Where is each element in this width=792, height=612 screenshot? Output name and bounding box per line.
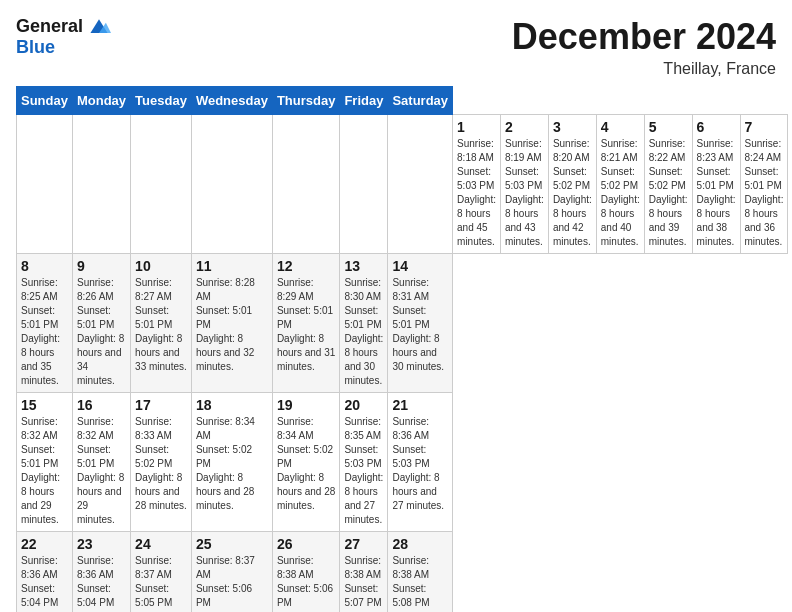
day-info: Sunrise: 8:26 AMSunset: 5:01 PMDaylight:… bbox=[77, 276, 126, 388]
calendar-cell bbox=[17, 115, 73, 254]
day-number: 21 bbox=[392, 397, 448, 413]
location-title: Theillay, France bbox=[512, 60, 776, 78]
day-number: 3 bbox=[553, 119, 592, 135]
day-info: Sunrise: 8:29 AMSunset: 5:01 PMDaylight:… bbox=[277, 276, 336, 374]
day-info: Sunrise: 8:33 AMSunset: 5:02 PMDaylight:… bbox=[135, 415, 187, 513]
calendar-cell: 28Sunrise: 8:38 AMSunset: 5:08 PMDayligh… bbox=[388, 532, 453, 613]
day-number: 13 bbox=[344, 258, 383, 274]
calendar-cell: 9Sunrise: 8:26 AMSunset: 5:01 PMDaylight… bbox=[72, 254, 130, 393]
calendar-cell: 14Sunrise: 8:31 AMSunset: 5:01 PMDayligh… bbox=[388, 254, 453, 393]
day-number: 10 bbox=[135, 258, 187, 274]
calendar-cell bbox=[72, 115, 130, 254]
day-number: 11 bbox=[196, 258, 268, 274]
logo-icon bbox=[87, 17, 111, 37]
day-number: 7 bbox=[745, 119, 784, 135]
day-info: Sunrise: 8:38 AMSunset: 5:07 PMDaylight:… bbox=[344, 554, 383, 612]
calendar-cell: 12Sunrise: 8:29 AMSunset: 5:01 PMDayligh… bbox=[272, 254, 340, 393]
calendar-cell: 15Sunrise: 8:32 AMSunset: 5:01 PMDayligh… bbox=[17, 393, 73, 532]
calendar-week-row: 22Sunrise: 8:36 AMSunset: 5:04 PMDayligh… bbox=[17, 532, 788, 613]
page-container: General Blue December 2024 Theillay, Fra… bbox=[0, 0, 792, 612]
title-block: December 2024 Theillay, France bbox=[512, 16, 776, 78]
calendar-cell: 25Sunrise: 8:37 AMSunset: 5:06 PMDayligh… bbox=[191, 532, 272, 613]
calendar-table: SundayMondayTuesdayWednesdayThursdayFrid… bbox=[16, 86, 788, 612]
calendar-cell: 11Sunrise: 8:28 AMSunset: 5:01 PMDayligh… bbox=[191, 254, 272, 393]
header-day-monday: Monday bbox=[72, 87, 130, 115]
calendar-cell: 21Sunrise: 8:36 AMSunset: 5:03 PMDayligh… bbox=[388, 393, 453, 532]
day-number: 16 bbox=[77, 397, 126, 413]
day-number: 8 bbox=[21, 258, 68, 274]
day-number: 23 bbox=[77, 536, 126, 552]
day-info: Sunrise: 8:22 AMSunset: 5:02 PMDaylight:… bbox=[649, 137, 688, 249]
day-number: 28 bbox=[392, 536, 448, 552]
logo-blue-text: Blue bbox=[16, 37, 111, 58]
day-number: 20 bbox=[344, 397, 383, 413]
header-day-saturday: Saturday bbox=[388, 87, 453, 115]
calendar-cell bbox=[131, 115, 192, 254]
calendar-cell: 10Sunrise: 8:27 AMSunset: 5:01 PMDayligh… bbox=[131, 254, 192, 393]
day-number: 25 bbox=[196, 536, 268, 552]
day-info: Sunrise: 8:31 AMSunset: 5:01 PMDaylight:… bbox=[392, 276, 448, 374]
day-number: 4 bbox=[601, 119, 640, 135]
day-info: Sunrise: 8:37 AMSunset: 5:05 PMDaylight:… bbox=[135, 554, 187, 612]
calendar-cell bbox=[340, 115, 388, 254]
day-number: 27 bbox=[344, 536, 383, 552]
day-number: 5 bbox=[649, 119, 688, 135]
day-info: Sunrise: 8:35 AMSunset: 5:03 PMDaylight:… bbox=[344, 415, 383, 527]
calendar-cell: 22Sunrise: 8:36 AMSunset: 5:04 PMDayligh… bbox=[17, 532, 73, 613]
calendar-cell: 20Sunrise: 8:35 AMSunset: 5:03 PMDayligh… bbox=[340, 393, 388, 532]
month-title: December 2024 bbox=[512, 16, 776, 58]
day-info: Sunrise: 8:20 AMSunset: 5:02 PMDaylight:… bbox=[553, 137, 592, 249]
calendar-cell bbox=[272, 115, 340, 254]
day-info: Sunrise: 8:34 AMSunset: 5:02 PMDaylight:… bbox=[277, 415, 336, 513]
header-day-wednesday: Wednesday bbox=[191, 87, 272, 115]
day-info: Sunrise: 8:27 AMSunset: 5:01 PMDaylight:… bbox=[135, 276, 187, 374]
day-number: 15 bbox=[21, 397, 68, 413]
day-number: 1 bbox=[457, 119, 496, 135]
calendar-cell: 1Sunrise: 8:18 AMSunset: 5:03 PMDaylight… bbox=[453, 115, 501, 254]
calendar-cell: 27Sunrise: 8:38 AMSunset: 5:07 PMDayligh… bbox=[340, 532, 388, 613]
header-day-friday: Friday bbox=[340, 87, 388, 115]
day-info: Sunrise: 8:24 AMSunset: 5:01 PMDaylight:… bbox=[745, 137, 784, 249]
day-info: Sunrise: 8:18 AMSunset: 5:03 PMDaylight:… bbox=[457, 137, 496, 249]
calendar-cell: 26Sunrise: 8:38 AMSunset: 5:06 PMDayligh… bbox=[272, 532, 340, 613]
header-day-sunday: Sunday bbox=[17, 87, 73, 115]
day-info: Sunrise: 8:32 AMSunset: 5:01 PMDaylight:… bbox=[77, 415, 126, 527]
day-info: Sunrise: 8:36 AMSunset: 5:04 PMDaylight:… bbox=[21, 554, 68, 612]
day-info: Sunrise: 8:25 AMSunset: 5:01 PMDaylight:… bbox=[21, 276, 68, 388]
calendar-cell: 4Sunrise: 8:21 AMSunset: 5:02 PMDaylight… bbox=[596, 115, 644, 254]
calendar-week-row: 8Sunrise: 8:25 AMSunset: 5:01 PMDaylight… bbox=[17, 254, 788, 393]
calendar-cell bbox=[388, 115, 453, 254]
day-number: 17 bbox=[135, 397, 187, 413]
calendar-cell: 5Sunrise: 8:22 AMSunset: 5:02 PMDaylight… bbox=[644, 115, 692, 254]
day-number: 24 bbox=[135, 536, 187, 552]
calendar-cell: 3Sunrise: 8:20 AMSunset: 5:02 PMDaylight… bbox=[548, 115, 596, 254]
day-number: 6 bbox=[697, 119, 736, 135]
header-day-tuesday: Tuesday bbox=[131, 87, 192, 115]
day-number: 12 bbox=[277, 258, 336, 274]
day-info: Sunrise: 8:34 AMSunset: 5:02 PMDaylight:… bbox=[196, 415, 268, 513]
day-info: Sunrise: 8:37 AMSunset: 5:06 PMDaylight:… bbox=[196, 554, 268, 612]
day-number: 22 bbox=[21, 536, 68, 552]
calendar-cell: 8Sunrise: 8:25 AMSunset: 5:01 PMDaylight… bbox=[17, 254, 73, 393]
day-info: Sunrise: 8:38 AMSunset: 5:08 PMDaylight:… bbox=[392, 554, 448, 612]
day-number: 9 bbox=[77, 258, 126, 274]
calendar-cell: 2Sunrise: 8:19 AMSunset: 5:03 PMDaylight… bbox=[500, 115, 548, 254]
day-info: Sunrise: 8:36 AMSunset: 5:04 PMDaylight:… bbox=[77, 554, 126, 612]
calendar-cell: 23Sunrise: 8:36 AMSunset: 5:04 PMDayligh… bbox=[72, 532, 130, 613]
day-number: 19 bbox=[277, 397, 336, 413]
day-info: Sunrise: 8:21 AMSunset: 5:02 PMDaylight:… bbox=[601, 137, 640, 249]
calendar-cell: 7Sunrise: 8:24 AMSunset: 5:01 PMDaylight… bbox=[740, 115, 788, 254]
day-info: Sunrise: 8:19 AMSunset: 5:03 PMDaylight:… bbox=[505, 137, 544, 249]
calendar-cell: 6Sunrise: 8:23 AMSunset: 5:01 PMDaylight… bbox=[692, 115, 740, 254]
calendar-week-row: 1Sunrise: 8:18 AMSunset: 5:03 PMDaylight… bbox=[17, 115, 788, 254]
calendar-header-row: SundayMondayTuesdayWednesdayThursdayFrid… bbox=[17, 87, 788, 115]
calendar-cell: 19Sunrise: 8:34 AMSunset: 5:02 PMDayligh… bbox=[272, 393, 340, 532]
calendar-cell: 24Sunrise: 8:37 AMSunset: 5:05 PMDayligh… bbox=[131, 532, 192, 613]
calendar-cell: 17Sunrise: 8:33 AMSunset: 5:02 PMDayligh… bbox=[131, 393, 192, 532]
day-info: Sunrise: 8:36 AMSunset: 5:03 PMDaylight:… bbox=[392, 415, 448, 513]
header: General Blue December 2024 Theillay, Fra… bbox=[16, 16, 776, 78]
calendar-week-row: 15Sunrise: 8:32 AMSunset: 5:01 PMDayligh… bbox=[17, 393, 788, 532]
day-number: 14 bbox=[392, 258, 448, 274]
day-number: 18 bbox=[196, 397, 268, 413]
day-number: 2 bbox=[505, 119, 544, 135]
